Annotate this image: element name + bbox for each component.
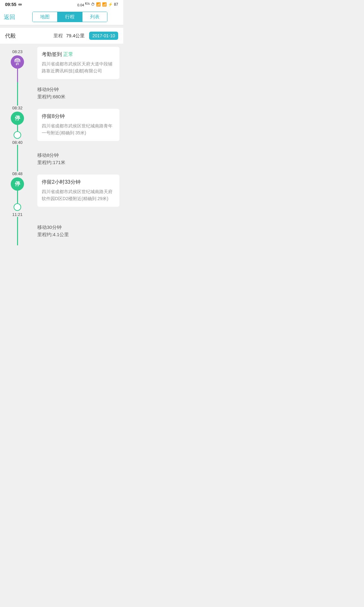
stop2-address: 四川省成都市武侯区世纪城南路天府软件园D区D2楼附近(精确到 29米): [42, 188, 115, 202]
movement2-content: 移动8分钟 里程约:171米: [35, 148, 123, 171]
stop1-time-end: 08:40: [12, 140, 23, 145]
stop2-line-mid: [17, 191, 18, 203]
status-right: 0.04 K/s ⏱ 📶 📶 ⚡ 87: [77, 2, 118, 7]
stop2-node-end: [14, 203, 21, 211]
tab-trip[interactable]: 行程: [58, 12, 82, 22]
status-time: 09:55 ∞: [5, 2, 22, 7]
back-button[interactable]: 返回: [4, 13, 20, 21]
stop1-left: 08:32 停 08:40: [0, 106, 35, 148]
movement3-line: [17, 220, 18, 245]
movement1-distance: 里程约:680米: [37, 94, 119, 100]
time-display: 09:55: [5, 2, 16, 7]
movement2-left: [0, 148, 35, 171]
tab-map[interactable]: 地图: [33, 12, 58, 22]
network-speed: 0.04 K/s: [77, 2, 90, 7]
stop2-node: 停: [11, 177, 24, 191]
movement-3: 移动30分钟 里程约:4.1公里: [0, 220, 123, 245]
trip-date: 2017-01-10: [89, 32, 118, 40]
event-checkin: 08:23 考勤签到: [0, 44, 123, 82]
event-stop2: 08:48 停 11:21 停留2小时33分钟 四川省成都市武侯区世纪城南路天府…: [0, 171, 123, 220]
stop1-node-end: [14, 131, 21, 139]
movement-1: 移动9分钟 里程约:680米: [0, 82, 123, 106]
stop1-node: 停: [11, 112, 24, 125]
wifi-icon: 📶: [96, 2, 101, 7]
tab-list[interactable]: 列表: [82, 12, 107, 22]
movement2-duration: 移动8分钟: [37, 152, 119, 158]
stop2-line-after: [17, 217, 18, 220]
timeline: 08:23 考勤签到: [0, 44, 123, 245]
stop1-line-after: [17, 145, 18, 148]
movement1-line: [17, 82, 18, 106]
checkin-card: 考勤签到 正常 四川省成都市武侯区天府大道中段辅路靠近腾讯科技(成都)有限公司: [37, 47, 119, 79]
event-stop1: 08:32 停 08:40 停留8分钟 四川省成都市武侯区世纪城南路青年一号附近…: [0, 106, 123, 148]
infinity-icon: ∞: [18, 2, 22, 7]
stop2-left: 08:48 停 11:21: [0, 171, 35, 220]
driver-name: 代毅: [5, 32, 16, 40]
status-bar: 09:55 ∞ 0.04 K/s ⏱ 📶 📶 ⚡ 87: [0, 0, 123, 9]
clock-icon: ⏱: [91, 2, 95, 7]
movement2-line: [17, 148, 18, 171]
header: 返回 地图 行程 列表: [0, 9, 123, 25]
movement-2: 移动8分钟 里程约:171米: [0, 148, 123, 171]
checkin-time: 08:23: [12, 49, 23, 54]
checkin-status: 正常: [63, 52, 73, 57]
stop1-line-mid: [17, 125, 18, 131]
checkin-left: 08:23: [0, 44, 35, 82]
movement1-left: [0, 82, 35, 106]
battery-level: 87: [114, 2, 118, 7]
movement3-left: [0, 220, 35, 245]
checkin-title: 考勤签到: [42, 52, 63, 57]
movement1-content: 移动9分钟 里程约:680米: [35, 82, 123, 106]
tab-group: 地图 行程 列表: [32, 12, 107, 22]
checkin-address: 四川省成都市武侯区天府大道中段辅路靠近腾讯科技(成都)有限公司: [42, 60, 115, 75]
stop2-time-start: 08:48: [12, 171, 23, 176]
charging-icon: ⚡: [108, 2, 113, 7]
info-bar: 代毅 里程 79.4公里 2017-01-10: [0, 28, 123, 44]
movement2-distance: 里程约:171米: [37, 160, 119, 166]
mileage-value: 79.4公里: [66, 33, 85, 38]
stop1-card: 停留8分钟 四川省成都市武侯区世纪城南路青年一号附近(精确到 35米): [37, 109, 119, 141]
line-after-checkin: [17, 69, 18, 82]
stop2-time-end: 11:21: [12, 212, 23, 217]
mileage-label: 里程 79.4公里: [53, 33, 85, 39]
movement1-duration: 移动9分钟: [37, 87, 119, 93]
stop2-title: 停留2小时33分钟: [42, 179, 115, 186]
movement3-content: 移动30分钟 里程约:4.1公里: [35, 220, 123, 245]
checkin-node: [11, 55, 24, 69]
movement3-distance: 里程约:4.1公里: [37, 232, 119, 238]
stop1-title: 停留8分钟: [42, 113, 115, 120]
stop1-time-start: 08:32: [12, 106, 23, 110]
stop1-address: 四川省成都市武侯区世纪城南路青年一号附近(精确到 35米): [42, 122, 115, 137]
stop2-card: 停留2小时33分钟 四川省成都市武侯区世纪城南路天府软件园D区D2楼附近(精确到…: [37, 175, 119, 207]
signal-icon: 📶: [102, 2, 107, 7]
movement3-duration: 移动30分钟: [37, 224, 119, 230]
